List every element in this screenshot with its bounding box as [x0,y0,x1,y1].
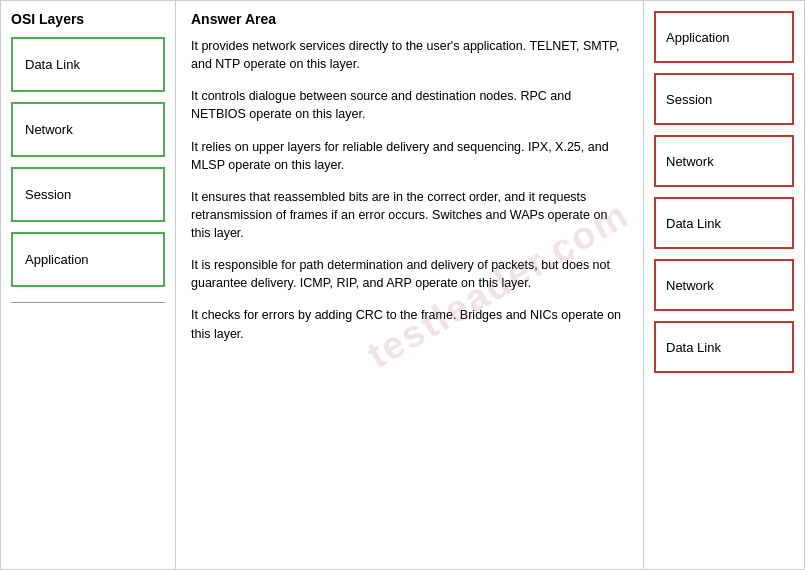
osi-item-0[interactable]: Data Link [11,37,165,92]
osi-item-1[interactable]: Network [11,102,165,157]
answer-item-0[interactable]: Application [654,11,794,63]
center-panel-title: Answer Area [191,11,628,27]
description-5: It checks for errors by adding CRC to th… [191,306,628,342]
main-container: OSI Layers Data Link Network Session App… [0,0,805,570]
answer-item-3[interactable]: Data Link [654,197,794,249]
answer-item-1[interactable]: Session [654,73,794,125]
left-panel-title: OSI Layers [11,11,165,27]
answer-item-2[interactable]: Network [654,135,794,187]
right-panel: Application Session Network Data Link Ne… [644,1,804,569]
description-0: It provides network services directly to… [191,37,628,73]
osi-item-3[interactable]: Application [11,232,165,287]
description-2: It relies on upper layers for reliable d… [191,138,628,174]
description-1: It controls dialogue between source and … [191,87,628,123]
description-3: It ensures that reassembled bits are in … [191,188,628,242]
center-panel: Answer Area It provides network services… [176,1,644,569]
description-4: It is responsible for path determination… [191,256,628,292]
divider [11,302,165,303]
answer-item-5[interactable]: Data Link [654,321,794,373]
osi-item-2[interactable]: Session [11,167,165,222]
answer-item-4[interactable]: Network [654,259,794,311]
left-panel: OSI Layers Data Link Network Session App… [1,1,176,569]
